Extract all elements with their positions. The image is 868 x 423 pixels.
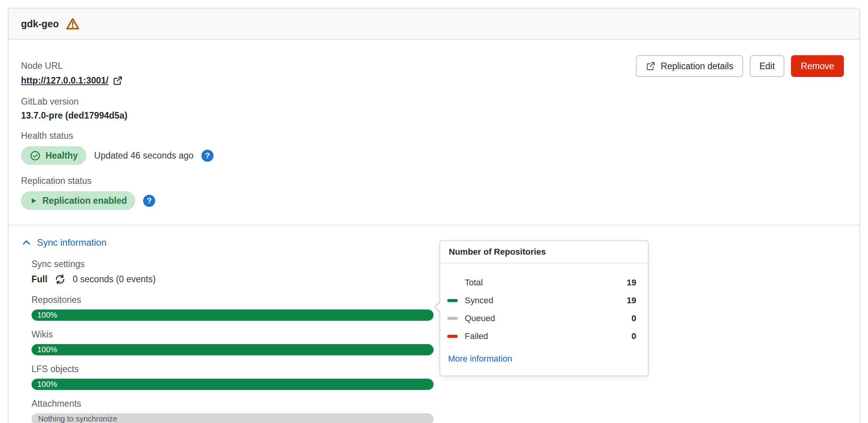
health-badge-label: Healthy [46, 150, 78, 161]
sync-content: Sync settings Full 0 seconds (0 events) … [32, 258, 844, 423]
progress-bar-wikis: 100% [32, 344, 434, 355]
progress-fill: 100% [32, 379, 434, 390]
popover-row-value: 0 [632, 331, 636, 341]
progress-fill: 100% [32, 309, 434, 321]
replication-details-label: Replication details [661, 61, 733, 72]
popover-title: Number of Repositories [440, 241, 648, 264]
progress-bar-lfs-objects: 100% [32, 379, 434, 390]
geo-node-card: gdk-geo Replication details [8, 8, 860, 423]
edit-button[interactable]: Edit [750, 55, 785, 77]
popover-row-value: 0 [632, 313, 636, 323]
node-details-section: Replication details Edit Remove Node URL… [9, 40, 859, 225]
replication-badge-label: Replication enabled [42, 196, 127, 206]
progress-bar-repositories: 100% [32, 309, 434, 321]
repositories-popover: Number of Repositories Total 19 Synced 1… [439, 240, 649, 376]
replication-status-label: Replication status [21, 175, 844, 187]
legend-dash-failed [447, 335, 458, 338]
sync-section: Sync information Sync settings Full 0 se… [9, 225, 859, 423]
node-url-link[interactable]: http://127.0.0.1:3001/ [21, 75, 123, 86]
health-badge: Healthy [21, 146, 86, 165]
popover-row-value: 19 [627, 295, 636, 306]
external-link-icon [112, 75, 123, 86]
chevron-up-icon [21, 237, 32, 248]
popover-body: Total 19 Synced 19 Queued 0 Failed 0 Mor… [440, 264, 648, 376]
node-actions: Replication details Edit Remove [636, 55, 844, 77]
legend-dash-synced [447, 299, 458, 302]
popover-row-total: Total 19 [447, 274, 636, 292]
popover-row-label: Failed [465, 331, 488, 341]
sync-item-label: Attachments [32, 398, 844, 409]
more-information-link[interactable]: More information [448, 354, 512, 364]
popover-row-queued: Queued 0 [447, 309, 636, 327]
sync-settings-label: Sync settings [32, 258, 844, 270]
sync-settings-detail: 0 seconds (0 events) [73, 274, 156, 285]
gitlab-version-label: GitLab version [21, 96, 844, 107]
sync-information-label: Sync information [37, 237, 107, 248]
sync-item-label: Wikis [32, 329, 844, 340]
card-header: gdk-geo [9, 9, 859, 40]
remove-button[interactable]: Remove [791, 55, 844, 77]
sync-item-label: LFS objects [32, 363, 844, 375]
warning-icon [66, 17, 80, 30]
health-updated-text: Updated 46 seconds ago [94, 150, 194, 161]
remove-label: Remove [801, 61, 834, 72]
popover-row-synced: Synced 19 [447, 292, 636, 309]
popover-row-value: 19 [627, 278, 636, 288]
health-status-label: Health status [21, 130, 844, 142]
popover-row-failed: Failed 0 [447, 327, 636, 345]
progress-bar-attachments: Nothing to synchronize [32, 413, 434, 423]
sync-information-toggle[interactable]: Sync information [21, 237, 107, 248]
sync-settings-mode: Full [32, 274, 47, 285]
popover-row-label: Synced [465, 295, 493, 306]
replication-badge: Replication enabled [21, 191, 135, 210]
popover-row-label: Queued [465, 313, 495, 323]
gitlab-version-value: 13.7.0-pre (ded17994d5a) [21, 110, 844, 121]
node-title: gdk-geo [21, 18, 59, 30]
play-icon [30, 197, 38, 205]
edit-label: Edit [760, 61, 775, 72]
external-link-icon [646, 61, 656, 71]
replication-details-button[interactable]: Replication details [636, 55, 743, 77]
progress-fill: 100% [32, 344, 434, 355]
sync-settings-row: Full 0 seconds (0 events) [32, 272, 844, 286]
check-circle-icon [30, 150, 41, 161]
help-icon[interactable]: ? [143, 195, 155, 207]
legend-dash [447, 281, 458, 284]
legend-dash-queued [447, 317, 458, 320]
help-icon[interactable]: ? [201, 150, 214, 162]
progress-empty-text: Nothing to synchronize [32, 413, 434, 423]
health-status-row: Healthy Updated 46 seconds ago ? [21, 146, 844, 165]
retry-icon [54, 273, 66, 285]
replication-status-row: Replication enabled ? [21, 191, 844, 210]
node-url-text: http://127.0.0.1:3001/ [21, 75, 108, 86]
popover-row-label: Total [465, 278, 483, 288]
